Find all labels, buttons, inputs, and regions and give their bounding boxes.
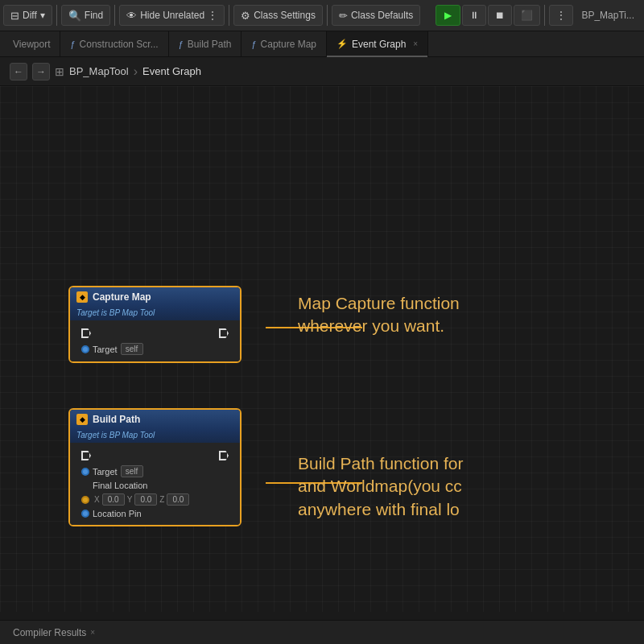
class-settings-button[interactable]: ⚙ Class Settings (233, 5, 323, 26)
build-exec-in[interactable] (81, 451, 91, 460)
back-button[interactable]: ← (10, 63, 27, 80)
sep-2 (114, 5, 115, 26)
tab-event-graph[interactable]: ⚡ Event Graph × (327, 31, 428, 57)
tab-capture-icon: ƒ (251, 39, 256, 49)
xyz-row-outer: X 0.0 Y 0.0 Z 0.0 (76, 492, 233, 507)
tab-construction-icon: ƒ (70, 39, 75, 49)
location-pin[interactable] (81, 510, 89, 518)
compiler-results-label: Compiler Results (13, 627, 86, 638)
diff-chevron: ▾ (40, 10, 45, 21)
z-value[interactable]: 0.0 (167, 493, 189, 506)
more-icon: ⋮ (556, 10, 566, 21)
tab-capture-map[interactable]: ƒ Capture Map (242, 31, 327, 57)
skip-button[interactable]: ⬛ (514, 5, 540, 26)
hide-chevron: ⋮ (208, 10, 217, 21)
build-path-body: Target self Final Location X 0.0 Y 0.0 Z… (70, 443, 240, 525)
status-bar: Compiler Results × (0, 620, 644, 644)
final-location-label-row: Final Location (76, 479, 233, 492)
diff-label: Diff (23, 10, 37, 21)
exec-out-pin[interactable] (219, 328, 229, 338)
x-label: X (94, 495, 100, 504)
sep-1 (56, 5, 57, 26)
target-value: self (121, 343, 143, 355)
forward-icon: → (36, 66, 46, 77)
tab-viewport[interactable]: Viewport (3, 31, 60, 57)
compiler-results-tab[interactable]: Compiler Results × (6, 625, 101, 640)
capture-map-header: ◆ Capture Map (70, 287, 240, 307)
class-defaults-label: Class Defaults (351, 10, 413, 21)
breadcrumb-root: BP_MapTool (69, 65, 129, 77)
diff-icon: ⊟ (10, 10, 19, 22)
target-label: Target (93, 345, 118, 354)
y-value[interactable]: 0.0 (134, 493, 157, 506)
sep-4 (327, 5, 328, 26)
breadcrumb-current: Event Graph (142, 65, 201, 77)
annotation-text-1: Map Capture functionwherever you want. (298, 292, 460, 338)
target-row: Target self (76, 341, 233, 357)
hide-icon: 👁 (126, 10, 137, 22)
tab-event-graph-label: Event Graph (352, 39, 406, 50)
sep-5 (544, 5, 545, 26)
capture-map-icon: ◆ (76, 291, 88, 303)
build-path-subtitle: Target is BP Map Tool (70, 429, 240, 443)
final-location-pin[interactable] (81, 496, 89, 504)
class-settings-label: Class Settings (254, 10, 316, 21)
build-path-node[interactable]: ◆ Build Path Target is BP Map Tool Targe… (68, 408, 242, 526)
exec-row (76, 325, 233, 341)
capture-map-subtitle: Target is BP Map Tool (70, 307, 240, 320)
forward-button[interactable]: → (32, 63, 50, 80)
settings-icon: ⚙ (241, 10, 250, 22)
tabs-bar: Viewport ƒ Construction Scr... ƒ Build P… (0, 31, 644, 57)
location-pin-label: Location Pin (93, 509, 142, 518)
bp-name-label: BP_MapTi... (575, 10, 641, 21)
find-button[interactable]: 🔍 Find (61, 5, 110, 26)
tab-event-icon: ⚡ (336, 39, 348, 49)
tab-build-path[interactable]: ƒ Build Path (169, 31, 242, 57)
pause-button[interactable]: ⏸ (462, 5, 486, 26)
xyz-inputs: X 0.0 Y 0.0 Z 0.0 (94, 493, 189, 506)
build-path-icon: ◆ (76, 414, 88, 425)
more-button[interactable]: ⋮ (549, 5, 573, 26)
diff-button[interactable]: ⊟ Diff ▾ (3, 5, 52, 26)
tab-construction[interactable]: ƒ Construction Scr... (60, 31, 168, 57)
tab-viewport-label: Viewport (13, 39, 50, 50)
tab-event-close[interactable]: × (413, 39, 418, 48)
capture-map-node[interactable]: ◆ Capture Map Target is BP Map Tool Targ… (68, 286, 242, 363)
build-target-label: Target (93, 467, 118, 477)
location-pin-row: Location Pin (76, 507, 233, 520)
x-value[interactable]: 0.0 (102, 493, 125, 506)
breadcrumb-sep: › (134, 64, 138, 79)
capture-map-title: Capture Map (93, 291, 151, 303)
find-label: Find (85, 10, 103, 21)
play-icon: ▶ (444, 10, 452, 21)
target-pin[interactable] (81, 345, 89, 353)
tab-build-path-label: Build Path (188, 39, 232, 50)
tab-build-icon: ƒ (179, 39, 184, 49)
build-exec-row (76, 448, 233, 464)
build-target-value: self (121, 465, 143, 477)
stop-button[interactable]: ⏹ (488, 5, 512, 26)
y-label: Y (127, 495, 133, 504)
breadcrumb: ← → ⊞ BP_MapTool › Event Graph (0, 57, 644, 86)
class-defaults-button[interactable]: ✏ Class Defaults (332, 5, 420, 26)
build-path-title: Build Path (93, 414, 140, 425)
build-target-row: Target self (76, 464, 233, 479)
event-graph-canvas[interactable]: ◆ Capture Map Target is BP Map Tool Targ… (0, 86, 644, 612)
build-exec-out[interactable] (219, 451, 229, 460)
build-target-pin[interactable] (81, 468, 89, 476)
defaults-icon: ✏ (339, 10, 348, 22)
hide-unrelated-label: Hide Unrelated (140, 10, 204, 21)
capture-map-body: Target self (70, 320, 240, 361)
compiler-results-close[interactable]: × (90, 628, 95, 637)
exec-in-pin[interactable] (81, 328, 91, 338)
play-button[interactable]: ▶ (436, 5, 460, 26)
skip-icon: ⬛ (521, 10, 533, 21)
hide-unrelated-button[interactable]: 👁 Hide Unrelated ⋮ (119, 5, 225, 26)
sep-3 (229, 5, 229, 26)
pause-icon: ⏸ (469, 10, 479, 21)
annotation-text-2: Build Path function forand Worldmap(you … (298, 452, 463, 521)
stop-icon: ⏹ (495, 10, 505, 21)
z-label: Z (159, 495, 164, 504)
toolbar: ⊟ Diff ▾ 🔍 Find 👁 Hide Unrelated ⋮ ⚙ Cla… (0, 0, 644, 31)
tab-construction-label: Construction Scr... (80, 39, 159, 50)
